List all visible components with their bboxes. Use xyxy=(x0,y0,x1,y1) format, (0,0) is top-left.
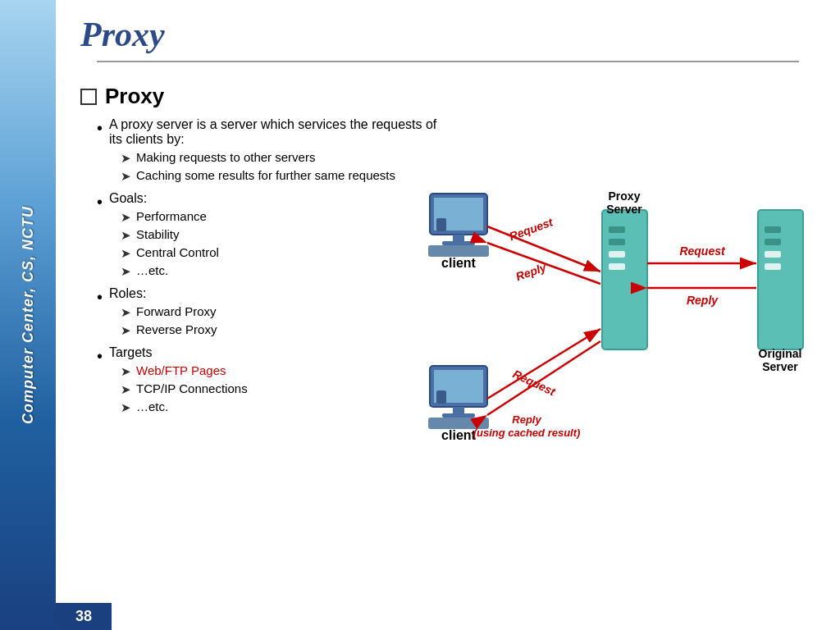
sidebar-label: Computer Center, CS, NCTU xyxy=(20,206,37,424)
sub-list: ➤ Performance ➤ Stability ➤ Central Cont… xyxy=(109,209,219,279)
content-area: Proxy • A proxy server is a server which… xyxy=(56,71,840,630)
bullet-dot-icon: • xyxy=(97,345,103,367)
sub-item-label: …etc. xyxy=(136,399,168,413)
checkbox-icon xyxy=(80,89,97,105)
svg-rect-22 xyxy=(765,263,781,270)
svg-rect-2 xyxy=(453,235,464,241)
list-item: ➤ Central Control xyxy=(121,245,219,261)
arrow-icon: ➤ xyxy=(121,210,131,225)
original-server-label: Original xyxy=(759,347,802,360)
reply-cached-label: Reply xyxy=(512,413,541,426)
sub-list: ➤ Forward Proxy ➤ Reverse Proxy xyxy=(109,304,217,338)
list-item: ➤ …etc. xyxy=(121,399,248,415)
list-item: ➤ Performance xyxy=(121,209,219,225)
arrow-icon: ➤ xyxy=(121,364,131,379)
arrow-icon: ➤ xyxy=(121,305,131,320)
list-item: • Goals: ➤ Performance ➤ Stability xyxy=(97,191,441,281)
client1-label: client xyxy=(441,256,476,270)
list-item-content: Targets ➤ Web/FTP Pages ➤ TCP/IP Connect… xyxy=(109,345,248,418)
sub-item-label: Reverse Proxy xyxy=(136,322,217,336)
svg-rect-4 xyxy=(428,245,489,257)
svg-rect-16 xyxy=(609,263,625,270)
request-label-2: Request xyxy=(679,244,726,258)
sub-item-label: Forward Proxy xyxy=(136,304,217,318)
sub-item-label: Stability xyxy=(136,227,180,241)
main-list: • A proxy server is a server which servi… xyxy=(80,117,441,418)
svg-rect-19 xyxy=(765,226,781,233)
sub-item-label: TCP/IP Connections xyxy=(136,381,248,395)
main-heading: Proxy xyxy=(105,84,164,109)
svg-rect-14 xyxy=(609,239,625,245)
sub-item-label: Central Control xyxy=(136,245,219,259)
list-item: ➤ Forward Proxy xyxy=(121,304,217,320)
main-content: Proxy Proxy • A proxy server is a server… xyxy=(56,0,840,630)
svg-rect-21 xyxy=(765,251,781,258)
sub-item-label: Performance xyxy=(136,209,207,223)
svg-rect-11 xyxy=(436,390,446,404)
list-item: ➤ Stability xyxy=(121,227,219,243)
list-item: ➤ …etc. xyxy=(121,263,219,279)
list-item: ➤ Caching some results for further same … xyxy=(121,168,441,184)
list-item: • A proxy server is a server which servi… xyxy=(97,117,441,186)
arrow-icon: ➤ xyxy=(121,400,131,415)
list-item: ➤ Web/FTP Pages xyxy=(121,363,248,379)
list-item-content: Goals: ➤ Performance ➤ Stability xyxy=(109,191,219,281)
svg-rect-13 xyxy=(609,226,625,233)
arrow-icon: ➤ xyxy=(121,169,131,184)
arrow-icon: ➤ xyxy=(121,264,131,279)
bullet-dot-icon: • xyxy=(97,117,103,139)
arrow-icon: ➤ xyxy=(121,151,131,166)
list-item: • Roles: ➤ Forward Proxy ➤ Reverse Proxy xyxy=(97,286,441,340)
bullet-dot-icon: • xyxy=(97,191,103,212)
list-item-content: A proxy server is a server which service… xyxy=(109,117,441,186)
list-item-label: Roles: xyxy=(109,286,146,300)
page-title: Proxy xyxy=(80,15,815,54)
list-item: ➤ TCP/IP Connections xyxy=(121,381,248,397)
svg-rect-5 xyxy=(436,218,446,231)
svg-rect-3 xyxy=(442,241,475,245)
sidebar: Computer Center, CS, NCTU xyxy=(0,0,56,630)
svg-rect-15 xyxy=(609,251,625,258)
header: Proxy xyxy=(56,0,840,71)
list-item: • Targets ➤ Web/FTP Pages ➤ TCP/IP Conne… xyxy=(97,345,441,418)
svg-text:Server: Server xyxy=(606,203,642,216)
sub-item-label: Caching some results for further same re… xyxy=(136,168,395,182)
divider xyxy=(97,61,799,62)
sub-item-label: Web/FTP Pages xyxy=(136,363,226,377)
request-label-1: Request xyxy=(508,215,556,243)
cached-label: (using cached result) xyxy=(473,427,581,439)
list-item-label: Targets xyxy=(109,345,152,359)
svg-rect-8 xyxy=(453,407,464,413)
sub-item-label: …etc. xyxy=(136,263,168,277)
arrow-icon: ➤ xyxy=(121,246,131,261)
arrow-icon: ➤ xyxy=(121,323,131,338)
diagram: client client Proxy Server xyxy=(405,136,832,505)
svg-text:Server: Server xyxy=(762,360,798,373)
list-item-label: Goals: xyxy=(109,191,147,205)
arrow-icon: ➤ xyxy=(121,382,131,397)
sub-list: ➤ Web/FTP Pages ➤ TCP/IP Connections ➤ …… xyxy=(109,363,248,415)
page-number: 38 xyxy=(56,603,112,630)
list-item-content: Roles: ➤ Forward Proxy ➤ Reverse Proxy xyxy=(109,286,217,340)
main-checkbox-heading: Proxy xyxy=(80,84,441,109)
svg-rect-20 xyxy=(765,239,781,245)
left-panel: Proxy • A proxy server is a server which… xyxy=(80,84,441,622)
arrow-icon: ➤ xyxy=(121,228,131,243)
diagram-svg: client client Proxy Server xyxy=(405,136,832,505)
svg-rect-9 xyxy=(442,413,475,418)
list-item: ➤ Making requests to other servers xyxy=(121,150,441,166)
reply-label-2: Reply xyxy=(687,294,719,307)
reply-cached-arrow xyxy=(487,341,600,415)
bullet-dot-icon: • xyxy=(97,286,103,308)
list-item: ➤ Reverse Proxy xyxy=(121,322,217,338)
proxy-server-label: Proxy xyxy=(609,189,641,203)
reply-label-1: Reply xyxy=(514,260,549,283)
sub-item-label: Making requests to other servers xyxy=(136,150,315,164)
client2-label: client xyxy=(441,428,476,442)
list-item-label: A proxy server is a server which service… xyxy=(109,117,436,146)
sub-list: ➤ Making requests to other servers ➤ Cac… xyxy=(109,150,441,184)
